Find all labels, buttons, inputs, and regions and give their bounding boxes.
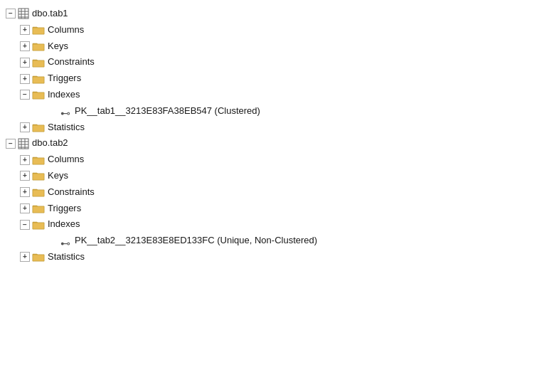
folder-icon bbox=[32, 220, 45, 230]
table-icon bbox=[18, 138, 29, 149]
folder-label: Triggers bbox=[48, 71, 81, 86]
folder-row[interactable]: − Indexes bbox=[3, 87, 551, 103]
folder-row[interactable]: + Statistics bbox=[3, 120, 551, 136]
svg-rect-9 bbox=[33, 77, 44, 83]
folder-row[interactable]: + Statistics bbox=[3, 249, 551, 265]
folder-icon bbox=[32, 171, 45, 181]
folder-icon bbox=[32, 203, 45, 213]
database-tree: − dbo.tab1 + Columns + bbox=[3, 6, 551, 265]
svg-rect-11 bbox=[33, 125, 44, 132]
folder-icon bbox=[32, 58, 45, 68]
expand-columns2-button[interactable]: + bbox=[20, 155, 30, 165]
folder-row[interactable]: + Triggers bbox=[3, 201, 551, 217]
folder-icon bbox=[32, 90, 45, 100]
svg-rect-18 bbox=[33, 158, 44, 164]
folder-row[interactable]: + Triggers bbox=[3, 70, 551, 87]
expand-constraints2-button[interactable]: + bbox=[20, 187, 30, 197]
expand-indexes1-button[interactable]: − bbox=[20, 90, 30, 100]
folder-label: Constraints bbox=[48, 185, 95, 200]
table-icon bbox=[18, 8, 29, 19]
table-label: dbo.tab1 bbox=[32, 6, 68, 21]
folder-icon bbox=[32, 155, 45, 165]
folder-row[interactable]: + Keys bbox=[3, 168, 551, 184]
svg-rect-10 bbox=[33, 92, 44, 99]
folder-row[interactable]: − Indexes bbox=[3, 216, 551, 233]
folder-label: Keys bbox=[48, 169, 68, 184]
expand-stats2-button[interactable]: + bbox=[20, 252, 30, 262]
folder-icon bbox=[32, 187, 45, 197]
expand-tab1-button[interactable]: − bbox=[6, 9, 16, 18]
index-row[interactable]: ⊷ PK__tab1__3213E83FA38EB547 (Clustered) bbox=[3, 103, 551, 120]
folder-icon bbox=[32, 25, 45, 35]
index-label: PK__tab1__3213E83FA38EB547 (Clustered) bbox=[75, 104, 260, 119]
folder-label: Keys bbox=[48, 39, 68, 54]
index-row[interactable]: ⊷ PK__tab2__3213E83E8ED133FC (Unique, No… bbox=[3, 233, 551, 249]
folder-label: Statistics bbox=[48, 250, 85, 265]
expand-triggers2-button[interactable]: + bbox=[20, 203, 30, 213]
svg-rect-19 bbox=[33, 174, 44, 180]
svg-rect-22 bbox=[33, 223, 44, 229]
key-icon: ⊷ bbox=[60, 235, 72, 247]
folder-icon bbox=[32, 74, 45, 84]
folder-row[interactable]: + Constraints bbox=[3, 184, 551, 201]
table-row[interactable]: − dbo.tab1 bbox=[3, 6, 551, 22]
table-label: dbo.tab2 bbox=[32, 136, 68, 151]
folder-row[interactable]: + Columns bbox=[3, 22, 551, 38]
expand-tab2-button[interactable]: − bbox=[6, 139, 16, 149]
svg-rect-8 bbox=[33, 60, 44, 67]
indent-spacer bbox=[48, 236, 58, 246]
folder-icon bbox=[32, 41, 45, 51]
svg-rect-21 bbox=[33, 206, 44, 213]
table-row[interactable]: − dbo.tab2 bbox=[3, 135, 551, 152]
folder-row[interactable]: + Columns bbox=[3, 152, 551, 168]
folder-label: Indexes bbox=[48, 88, 80, 102]
folder-row[interactable]: + Keys bbox=[3, 38, 551, 55]
folder-label: Columns bbox=[48, 23, 84, 38]
svg-rect-6 bbox=[33, 28, 44, 34]
expand-indexes2-button[interactable]: − bbox=[20, 220, 30, 230]
folder-icon bbox=[32, 252, 45, 262]
folder-label: Indexes bbox=[48, 217, 80, 232]
expand-columns1-button[interactable]: + bbox=[20, 25, 30, 35]
indent-spacer bbox=[48, 106, 58, 116]
folder-row[interactable]: + Constraints bbox=[3, 54, 551, 70]
svg-rect-23 bbox=[33, 255, 44, 261]
index-label: PK__tab2__3213E83E8ED133FC (Unique, Non-… bbox=[75, 233, 317, 248]
folder-label: Statistics bbox=[48, 120, 85, 135]
svg-rect-7 bbox=[33, 44, 44, 51]
folder-label: Columns bbox=[48, 152, 84, 167]
expand-keys2-button[interactable]: + bbox=[20, 171, 30, 181]
expand-triggers1-button[interactable]: + bbox=[20, 74, 30, 84]
expand-constraints1-button[interactable]: + bbox=[20, 58, 30, 68]
folder-label: Constraints bbox=[48, 55, 95, 70]
folder-label: Triggers bbox=[48, 201, 81, 216]
key-icon: ⊷ bbox=[60, 105, 72, 117]
expand-keys1-button[interactable]: + bbox=[20, 41, 30, 51]
folder-icon bbox=[32, 122, 45, 132]
svg-rect-20 bbox=[33, 190, 44, 196]
expand-stats1-button[interactable]: + bbox=[20, 122, 30, 132]
